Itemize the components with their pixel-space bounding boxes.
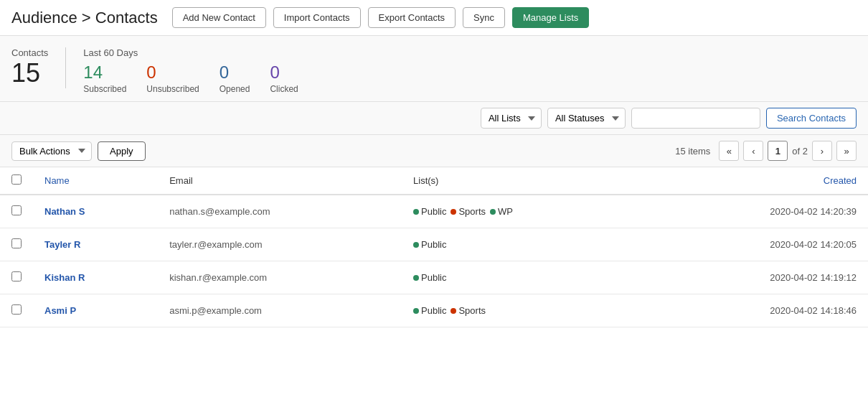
contact-name[interactable]: Kishan R — [33, 261, 158, 294]
contacts-number: 15 — [11, 58, 48, 88]
contacts-total: Contacts 15 — [11, 47, 66, 88]
list-tag: WP — [490, 206, 513, 217]
contact-email: tayler.r@example.com — [158, 228, 402, 261]
contact-created: 2020-04-02 14:18:46 — [652, 294, 868, 327]
sync-button[interactable]: Sync — [463, 7, 505, 28]
table-row: Kishan Rkishan.r@example.comPublic2020-0… — [0, 261, 868, 294]
opened-num: 0 — [220, 62, 229, 83]
contact-name[interactable]: Nathan S — [33, 195, 158, 228]
clicked-label: Clicked — [270, 84, 298, 94]
row-checkbox[interactable] — [11, 238, 22, 248]
list-dot — [490, 209, 496, 215]
all-statuses-select[interactable]: All Statuses — [547, 108, 626, 129]
opened-label: Opened — [220, 84, 250, 94]
page-of-text: of 2 — [792, 146, 808, 157]
contact-lists: Public — [402, 228, 652, 261]
unsubscribed-stat: 0 Unsubscribed — [146, 62, 199, 94]
search-contacts-button[interactable]: Search Contacts — [766, 108, 857, 129]
contact-email: nathan.s@example.com — [158, 195, 402, 228]
subscribed-stat: 14 Subscribed — [83, 62, 126, 94]
row-checkbox[interactable] — [11, 205, 22, 215]
apply-button[interactable]: Apply — [98, 141, 146, 161]
subscribed-num: 14 — [83, 62, 103, 83]
col-email-header: Email — [158, 167, 402, 195]
contact-name[interactable]: Tayler R — [33, 228, 158, 261]
unsubscribed-label: Unsubscribed — [146, 84, 199, 94]
table-row: Tayler Rtayler.r@example.comPublic2020-0… — [0, 228, 868, 261]
opened-stat: 0 Opened — [220, 62, 250, 94]
search-input[interactable] — [631, 108, 760, 129]
bulk-actions-select[interactable]: Bulk Actions — [11, 141, 92, 161]
table-row: Asmi Pasmi.p@example.comPublicSports2020… — [0, 294, 868, 327]
filter-row: All Lists All Statuses Search Contacts — [0, 102, 868, 135]
page-header: Audience > Contacts Add New Contact Impo… — [0, 0, 868, 36]
list-tag: Public — [413, 206, 446, 217]
stats-section: Contacts 15 Last 60 Days 14 Subscribed 0… — [0, 36, 868, 102]
row-checkbox[interactable] — [11, 271, 22, 281]
list-dot — [413, 209, 419, 215]
add-new-contact-button[interactable]: Add New Contact — [172, 7, 266, 28]
export-contacts-button[interactable]: Export Contacts — [368, 7, 456, 28]
clicked-stat: 0 Clicked — [270, 62, 298, 94]
row-checkbox[interactable] — [11, 304, 22, 315]
contact-created: 2020-04-02 14:19:12 — [652, 261, 868, 294]
clicked-num: 0 — [270, 62, 279, 83]
action-row: Bulk Actions Apply 15 items « ‹ 1 of 2 ›… — [0, 135, 868, 167]
contacts-label: Contacts — [11, 47, 48, 58]
list-tag: Sports — [450, 206, 486, 217]
contacts-tbody: Nathan Snathan.s@example.comPublicSports… — [0, 195, 868, 327]
unsubscribed-num: 0 — [146, 62, 156, 83]
all-lists-select[interactable]: All Lists — [481, 108, 542, 129]
import-contacts-button[interactable]: Import Contacts — [273, 7, 361, 28]
table-row: Nathan Snathan.s@example.comPublicSports… — [0, 195, 868, 228]
prev-page-button[interactable]: ‹ — [743, 141, 763, 161]
contact-created: 2020-04-02 14:20:39 — [652, 195, 868, 228]
list-dot — [450, 308, 456, 314]
list-tag: Public — [413, 239, 446, 250]
contact-name[interactable]: Asmi P — [33, 294, 158, 327]
first-page-button[interactable]: « — [719, 141, 739, 161]
contact-email: asmi.p@example.com — [158, 294, 402, 327]
contact-created: 2020-04-02 14:20:05 — [652, 228, 868, 261]
period-label: Last 60 Days — [83, 47, 298, 58]
last-page-button[interactable]: » — [836, 141, 857, 161]
list-tag: Public — [413, 305, 446, 316]
list-tag: Public — [413, 272, 446, 283]
list-dot — [413, 275, 419, 281]
col-created-header[interactable]: Created — [652, 167, 868, 195]
pagination-area: 15 items « ‹ 1 of 2 › » — [675, 141, 857, 161]
items-count: 15 items — [675, 146, 710, 157]
stats-numbers: 14 Subscribed 0 Unsubscribed 0 Opened 0 … — [83, 62, 298, 94]
contact-lists: PublicSportsWP — [402, 195, 652, 228]
list-tag: Sports — [450, 305, 486, 316]
select-all-header[interactable] — [0, 167, 33, 195]
subscribed-label: Subscribed — [83, 84, 126, 94]
table-header: Name Email List(s) Created — [0, 167, 868, 195]
page-title: Audience > Contacts — [11, 9, 158, 27]
list-dot — [450, 209, 456, 215]
list-dot — [413, 242, 419, 248]
bulk-action-area: Bulk Actions Apply — [11, 141, 675, 161]
contact-email: kishan.r@example.com — [158, 261, 402, 294]
list-dot — [413, 308, 419, 314]
last60-section: Last 60 Days 14 Subscribed 0 Unsubscribe… — [83, 47, 298, 94]
select-all-checkbox[interactable] — [11, 174, 22, 185]
current-page-button[interactable]: 1 — [768, 141, 788, 161]
contact-lists: PublicSports — [402, 294, 652, 327]
col-lists-header: List(s) — [402, 167, 652, 195]
manage-lists-button[interactable]: Manage Lists — [512, 7, 589, 28]
contacts-table: Name Email List(s) Created Nathan Snatha… — [0, 167, 868, 327]
next-page-button[interactable]: › — [812, 141, 832, 161]
col-name-header[interactable]: Name — [33, 167, 158, 195]
contact-lists: Public — [402, 261, 652, 294]
